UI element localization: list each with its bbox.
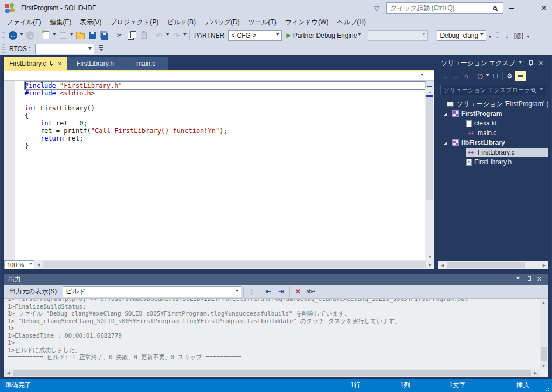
- navigate-back-dropdown[interactable]: [19, 30, 24, 41]
- menu-item[interactable]: デバッグ(D): [200, 16, 244, 28]
- pin-icon[interactable]: [528, 60, 533, 66]
- indicator-margin[interactable]: [4, 81, 15, 260]
- output-line[interactable]: 1> FirstProgram.ptproj -> C:¥Users¥kmc¥D…: [8, 299, 539, 303]
- scroll-right-icon[interactable]: ▶: [532, 371, 540, 375]
- solution-explorer-titlebar[interactable]: ソリューション エクスプローラー ✕: [438, 57, 548, 69]
- code-area[interactable]: #include "FirstLibrary.h"#include <stdio…: [15, 81, 434, 260]
- split-window-handle[interactable]: [425, 81, 434, 88]
- new-project-dropdown[interactable]: [52, 30, 57, 41]
- output-text[interactable]: 1> FirstProgram.ptproj -> C:¥Users¥kmc¥D…: [8, 299, 539, 361]
- trace-list-button[interactable]: ↓: [501, 30, 513, 41]
- output-vertical-scrollbar[interactable]: ▲ ▼: [540, 299, 548, 369]
- menu-item[interactable]: ツール(T): [244, 16, 281, 28]
- tree-item[interactable]: ◢libFirstLibrary: [438, 138, 548, 148]
- toolbar-grip[interactable]: [496, 31, 499, 40]
- menu-item[interactable]: ビルド(B): [163, 16, 200, 28]
- tree-item[interactable]: ソリューション 'FirstProgram' (2 プロ: [438, 99, 548, 109]
- add-item-button[interactable]: [57, 30, 69, 41]
- scroll-right-icon[interactable]: ▶: [540, 263, 548, 268]
- code-line[interactable]: int FirstLibrary(): [25, 104, 434, 112]
- back-button[interactable]: ←: [440, 71, 451, 81]
- new-project-button[interactable]: [40, 30, 52, 41]
- scroll-up-icon[interactable]: ▲: [428, 88, 432, 95]
- scrollbar-thumb[interactable]: [541, 347, 547, 361]
- cfg-combobox[interactable]: < CFG >: [228, 30, 282, 41]
- output-line[interactable]: 1>: [8, 339, 539, 347]
- editor-vertical-scrollbar[interactable]: ▲ ▼: [425, 81, 434, 260]
- navbar-dropdown-icon[interactable]: [420, 74, 424, 78]
- home-button[interactable]: ⌂: [461, 71, 471, 81]
- pin-icon[interactable]: [527, 276, 532, 282]
- scroll-up-icon[interactable]: ▲: [542, 299, 546, 305]
- output-line[interactable]: 1>FinalizeBuildStatus:: [8, 303, 539, 311]
- add-item-dropdown[interactable]: [69, 30, 74, 41]
- code-line[interactable]: return ret;: [25, 135, 434, 142]
- tree-item[interactable]: ++FirstLibrary.c: [438, 148, 548, 157]
- document-tab[interactable]: main.c: [127, 57, 168, 70]
- code-line[interactable]: [25, 97, 434, 104]
- close-icon[interactable]: ✕: [57, 61, 61, 67]
- scrollbar-thumb[interactable]: [447, 262, 525, 268]
- output-line[interactable]: 1>: [8, 325, 539, 332]
- scroll-right-icon[interactable]: ▶: [426, 263, 434, 267]
- collapse-all-button[interactable]: ⊟: [491, 71, 501, 81]
- search-options-icon[interactable]: [540, 88, 543, 92]
- menu-item[interactable]: プロジェクト(P): [106, 16, 163, 28]
- scroll-left-icon[interactable]: ◀: [34, 263, 43, 267]
- pending-changes-dropdown[interactable]: [485, 70, 491, 82]
- quick-launch-input[interactable]: クイック起動 (Ctrl+Q): [386, 2, 503, 14]
- scroll-left-icon[interactable]: ◀: [4, 371, 12, 375]
- editor-navigation-bar[interactable]: [4, 71, 434, 81]
- word-wrap-button[interactable]: ab↵: [305, 286, 318, 297]
- tree-item[interactable]: ◢FirstProgram: [438, 109, 548, 118]
- redo-button[interactable]: ↷: [170, 30, 182, 41]
- copy-button[interactable]: [126, 30, 137, 41]
- undo-button[interactable]: ↶: [153, 30, 165, 41]
- scrollbar-thumb[interactable]: [13, 370, 531, 376]
- code-line[interactable]: {: [25, 112, 434, 120]
- navigate-back-button[interactable]: ←: [7, 30, 19, 41]
- forward-button[interactable]: →: [451, 71, 461, 81]
- tree-item[interactable]: ++main.c: [438, 128, 548, 138]
- configuration-combobox[interactable]: Debug_clang: [437, 30, 486, 41]
- output-line[interactable]: 1> "Debug_clang¥exeClang_SOLID_s005¥Firs…: [8, 318, 539, 325]
- goto-source-button[interactable]: ↥: [245, 286, 258, 297]
- output-titlebar[interactable]: 出力 ✕: [4, 274, 548, 285]
- previous-message-button[interactable]: ⇤: [262, 286, 275, 297]
- toolbar-overflow-button[interactable]: [98, 43, 105, 55]
- toolbar-overflow-button[interactable]: [525, 30, 532, 41]
- next-message-button[interactable]: ⇥: [275, 286, 288, 297]
- cut-button[interactable]: ✂: [114, 30, 126, 41]
- target-combobox[interactable]: [368, 30, 428, 41]
- feedback-icon[interactable]: ▽: [374, 4, 380, 12]
- toolbar-overflow-button[interactable]: [486, 30, 494, 41]
- pin-icon[interactable]: [49, 61, 54, 66]
- menu-item[interactable]: 編集(E): [45, 16, 75, 28]
- scrollbar-thumb[interactable]: [43, 261, 426, 268]
- code-line[interactable]: int ret = 0;: [25, 120, 434, 127]
- output-line[interactable]: ========== ビルド: 1 正常終了、0 失敗、0 更新不要、0 スキッ…: [8, 354, 539, 361]
- menu-item[interactable]: 表示(V): [75, 16, 106, 28]
- scroll-left-icon[interactable]: ◀: [438, 263, 446, 268]
- resize-grip[interactable]: [548, 388, 549, 389]
- debug-engine-button[interactable]: Partner Debug Engine: [293, 32, 357, 39]
- toolbar-grip[interactable]: [2, 31, 5, 40]
- pending-changes-button[interactable]: ◷: [475, 71, 485, 81]
- preview-selected-items-toggle[interactable]: [515, 71, 526, 81]
- at-symbol-button[interactable]: [@]: [513, 30, 525, 41]
- code-line[interactable]: #include "FirstLibrary.h": [25, 82, 434, 89]
- scroll-down-icon[interactable]: ▼: [428, 254, 432, 260]
- zoom-combobox[interactable]: 100 %: [4, 260, 34, 269]
- properties-button[interactable]: ⚙: [505, 71, 515, 81]
- clear-all-button[interactable]: ✕: [292, 286, 305, 297]
- rtos-combobox[interactable]: [35, 44, 94, 54]
- output-line[interactable]: 1>ビルドに成功しました。: [8, 347, 539, 354]
- scroll-down-icon[interactable]: ▼: [542, 362, 546, 369]
- solution-explorer-hscrollbar[interactable]: ◀ ▶: [438, 261, 548, 269]
- menu-item[interactable]: ウィンドウ(W): [281, 16, 333, 28]
- expander-icon[interactable]: ◢: [444, 111, 452, 116]
- scrollbar-thumb[interactable]: [426, 97, 433, 200]
- window-position-icon[interactable]: [516, 277, 520, 281]
- redo-dropdown[interactable]: [182, 30, 188, 41]
- menu-item[interactable]: ファイル(F): [2, 16, 45, 28]
